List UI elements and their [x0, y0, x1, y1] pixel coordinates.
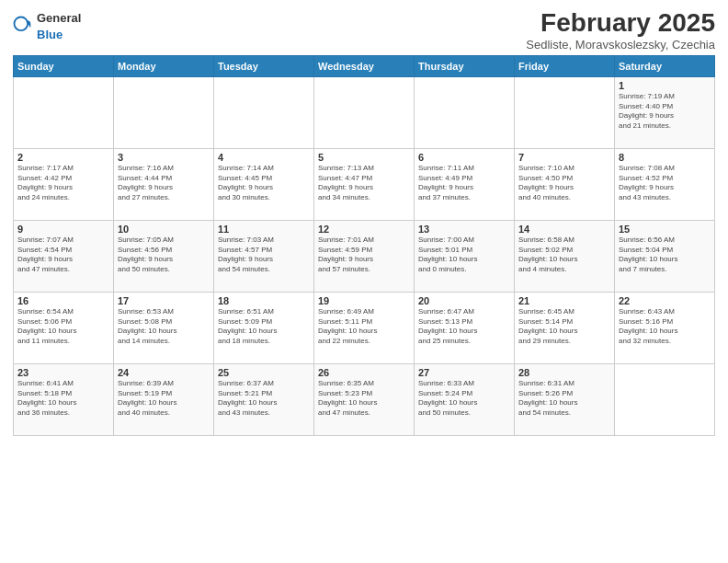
logo-blue: Blue [37, 28, 63, 41]
day-number: 24 [118, 367, 210, 378]
day-number: 4 [218, 152, 310, 163]
day-number: 27 [418, 367, 510, 378]
day-number: 2 [17, 152, 109, 163]
day-info: Sunrise: 7:07 AM Sunset: 4:54 PM Dayligh… [17, 236, 109, 275]
header: General Blue February 2025 Sedliste, Mor… [13, 9, 715, 52]
day-info: Sunrise: 6:49 AM Sunset: 5:11 PM Dayligh… [318, 307, 410, 347]
day-info: Sunrise: 6:45 AM Sunset: 5:14 PM Dayligh… [518, 307, 610, 347]
week-row-4: 23Sunrise: 6:41 AM Sunset: 5:18 PM Dayli… [14, 363, 715, 435]
day-number: 1 [619, 80, 711, 91]
table-row: 21Sunrise: 6:45 AM Sunset: 5:14 PM Dayli… [515, 292, 615, 363]
day-info: Sunrise: 6:43 AM Sunset: 5:16 PM Dayligh… [619, 307, 711, 347]
table-row: 3Sunrise: 7:16 AM Sunset: 4:44 PM Daylig… [114, 148, 214, 220]
day-info: Sunrise: 6:51 AM Sunset: 5:09 PM Dayligh… [218, 307, 310, 347]
day-info: Sunrise: 6:58 AM Sunset: 5:02 PM Dayligh… [518, 236, 610, 275]
calendar-title: February 2025 [526, 9, 715, 38]
table-row: 19Sunrise: 6:49 AM Sunset: 5:11 PM Dayli… [314, 292, 415, 363]
calendar-table: Sunday Monday Tuesday Wednesday Thursday… [13, 55, 715, 436]
table-row: 22Sunrise: 6:43 AM Sunset: 5:16 PM Dayli… [615, 292, 715, 363]
day-number: 22 [619, 295, 711, 306]
table-row: 17Sunrise: 6:53 AM Sunset: 5:08 PM Dayli… [114, 292, 214, 363]
table-row: 25Sunrise: 6:37 AM Sunset: 5:21 PM Dayli… [214, 363, 314, 435]
table-row: 1Sunrise: 7:19 AM Sunset: 4:40 PM Daylig… [615, 76, 715, 148]
day-number: 15 [619, 224, 711, 235]
day-info: Sunrise: 6:33 AM Sunset: 5:24 PM Dayligh… [418, 379, 510, 419]
day-number: 7 [518, 152, 610, 163]
day-number: 3 [118, 152, 210, 163]
table-row: 15Sunrise: 6:56 AM Sunset: 5:04 PM Dayli… [615, 220, 715, 292]
table-row: 14Sunrise: 6:58 AM Sunset: 5:02 PM Dayli… [515, 220, 615, 292]
day-number: 13 [418, 224, 510, 235]
day-number: 9 [17, 224, 109, 235]
week-row-3: 16Sunrise: 6:54 AM Sunset: 5:06 PM Dayli… [14, 292, 715, 363]
day-number: 17 [118, 295, 210, 306]
day-info: Sunrise: 7:16 AM Sunset: 4:44 PM Dayligh… [118, 164, 210, 203]
day-info: Sunrise: 6:41 AM Sunset: 5:18 PM Dayligh… [17, 379, 109, 419]
table-row: 5Sunrise: 7:13 AM Sunset: 4:47 PM Daylig… [314, 148, 415, 220]
day-info: Sunrise: 6:31 AM Sunset: 5:26 PM Dayligh… [518, 379, 610, 419]
week-row-0: 1Sunrise: 7:19 AM Sunset: 4:40 PM Daylig… [14, 76, 715, 148]
day-number: 16 [17, 295, 109, 306]
day-info: Sunrise: 6:37 AM Sunset: 5:21 PM Dayligh… [218, 379, 310, 419]
table-row: 20Sunrise: 6:47 AM Sunset: 5:13 PM Dayli… [415, 292, 515, 363]
day-number: 5 [318, 152, 410, 163]
day-number: 10 [118, 224, 210, 235]
table-row: 16Sunrise: 6:54 AM Sunset: 5:06 PM Dayli… [14, 292, 114, 363]
table-row [615, 363, 715, 435]
week-row-1: 2Sunrise: 7:17 AM Sunset: 4:42 PM Daylig… [14, 148, 715, 220]
day-number: 12 [318, 224, 410, 235]
day-info: Sunrise: 7:01 AM Sunset: 4:59 PM Dayligh… [318, 236, 410, 275]
table-row [515, 76, 615, 148]
day-number: 8 [619, 152, 711, 163]
table-row: 6Sunrise: 7:11 AM Sunset: 4:49 PM Daylig… [415, 148, 515, 220]
table-row [214, 76, 314, 148]
day-number: 19 [318, 295, 410, 306]
table-row: 27Sunrise: 6:33 AM Sunset: 5:24 PM Dayli… [415, 363, 515, 435]
table-row [114, 76, 214, 148]
day-number: 25 [218, 367, 310, 378]
day-number: 28 [518, 367, 610, 378]
header-sunday: Sunday [14, 55, 114, 76]
table-row: 24Sunrise: 6:39 AM Sunset: 5:19 PM Dayli… [114, 363, 214, 435]
day-number: 23 [17, 367, 109, 378]
table-row: 10Sunrise: 7:05 AM Sunset: 4:56 PM Dayli… [114, 220, 214, 292]
table-row: 28Sunrise: 6:31 AM Sunset: 5:26 PM Dayli… [515, 363, 615, 435]
day-info: Sunrise: 6:35 AM Sunset: 5:23 PM Dayligh… [318, 379, 410, 419]
table-row: 12Sunrise: 7:01 AM Sunset: 4:59 PM Dayli… [314, 220, 415, 292]
weekday-header-row: Sunday Monday Tuesday Wednesday Thursday… [14, 55, 715, 76]
week-row-2: 9Sunrise: 7:07 AM Sunset: 4:54 PM Daylig… [14, 220, 715, 292]
day-info: Sunrise: 7:19 AM Sunset: 4:40 PM Dayligh… [619, 92, 711, 132]
day-info: Sunrise: 6:56 AM Sunset: 5:04 PM Dayligh… [619, 236, 711, 275]
day-number: 26 [318, 367, 410, 378]
day-info: Sunrise: 6:54 AM Sunset: 5:06 PM Dayligh… [17, 307, 109, 347]
table-row: 2Sunrise: 7:17 AM Sunset: 4:42 PM Daylig… [14, 148, 114, 220]
header-monday: Monday [114, 55, 214, 76]
header-saturday: Saturday [615, 55, 715, 76]
table-row: 8Sunrise: 7:08 AM Sunset: 4:52 PM Daylig… [615, 148, 715, 220]
calendar-subtitle: Sedliste, Moravskoslezsky, Czechia [526, 38, 715, 52]
table-row: 9Sunrise: 7:07 AM Sunset: 4:54 PM Daylig… [14, 220, 114, 292]
table-row: 18Sunrise: 6:51 AM Sunset: 5:09 PM Dayli… [214, 292, 314, 363]
header-wednesday: Wednesday [314, 55, 415, 76]
title-block: February 2025 Sedliste, Moravskoslezsky,… [526, 9, 715, 52]
day-info: Sunrise: 7:11 AM Sunset: 4:49 PM Dayligh… [418, 164, 510, 203]
day-number: 18 [218, 295, 310, 306]
day-info: Sunrise: 6:53 AM Sunset: 5:08 PM Dayligh… [118, 307, 210, 347]
calendar-container: General Blue February 2025 Sedliste, Mor… [0, 0, 728, 563]
day-info: Sunrise: 7:00 AM Sunset: 5:01 PM Dayligh… [418, 236, 510, 275]
table-row [314, 76, 415, 148]
day-info: Sunrise: 7:05 AM Sunset: 4:56 PM Dayligh… [118, 236, 210, 275]
day-info: Sunrise: 7:13 AM Sunset: 4:47 PM Dayligh… [318, 164, 410, 203]
table-row: 4Sunrise: 7:14 AM Sunset: 4:45 PM Daylig… [214, 148, 314, 220]
logo-icon [13, 16, 33, 36]
logo-text: General Blue [37, 9, 81, 42]
header-friday: Friday [515, 55, 615, 76]
day-info: Sunrise: 7:08 AM Sunset: 4:52 PM Dayligh… [619, 164, 711, 203]
logo: General Blue [13, 9, 81, 42]
svg-point-0 [14, 17, 28, 30]
table-row: 7Sunrise: 7:10 AM Sunset: 4:50 PM Daylig… [515, 148, 615, 220]
table-row: 13Sunrise: 7:00 AM Sunset: 5:01 PM Dayli… [415, 220, 515, 292]
table-row: 23Sunrise: 6:41 AM Sunset: 5:18 PM Dayli… [14, 363, 114, 435]
table-row: 26Sunrise: 6:35 AM Sunset: 5:23 PM Dayli… [314, 363, 415, 435]
day-number: 6 [418, 152, 510, 163]
